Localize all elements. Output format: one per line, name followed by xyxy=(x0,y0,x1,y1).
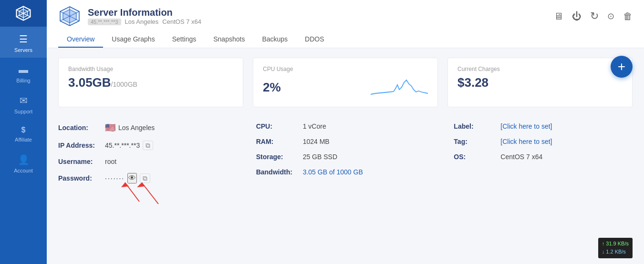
info-label-row: Label: [Click here to set] xyxy=(454,119,633,134)
header-subtitle: 45.**.***.**3 Los Angeles CentOS 7 x64 xyxy=(88,18,201,25)
bandwidth-spec-value: 3.05 GB of 1000 GB xyxy=(303,168,363,176)
body: + Bandwidth Usage 3.05GB/1000GB CPU Usag… xyxy=(47,48,644,264)
sidebar-item-support-label: Support xyxy=(14,109,33,114)
sidebar-item-billing[interactable]: ▬ Billing xyxy=(0,58,47,88)
sidebar-item-servers-label: Servers xyxy=(14,47,32,53)
info-cpu: CPU: 1 vCore xyxy=(256,119,435,134)
sidebar: ☰ Servers ▬ Billing ✉ Support $ Affiliat… xyxy=(0,0,47,264)
header-top: Server Information 45.**.***.**3 Los Ang… xyxy=(58,5,633,28)
bandwidth-card: Bandwidth Usage 3.05GB/1000GB xyxy=(58,58,243,107)
sidebar-item-support[interactable]: ✉ Support xyxy=(0,88,47,119)
network-upload: ↑ 31.9 KB/s xyxy=(602,240,629,248)
bandwidth-value: 3.05GB/1000GB xyxy=(68,75,233,90)
add-button[interactable]: + xyxy=(611,56,633,78)
charges-value: $3.28 xyxy=(457,75,623,90)
tab-backups[interactable]: Backups xyxy=(253,31,296,48)
tab-snapshots[interactable]: Snapshots xyxy=(205,31,253,48)
tab-settings[interactable]: Settings xyxy=(164,31,205,48)
affiliate-icon: $ xyxy=(21,126,26,134)
info-storage: Storage: 25 GB SSD xyxy=(256,149,435,164)
sidebar-item-account-label: Account xyxy=(14,168,33,173)
header-os: CentOS 7 x64 xyxy=(162,18,201,25)
sidebar-item-affiliate-label: Affiliate xyxy=(15,137,32,142)
info-password: Password: ······· 👁 ⧉ xyxy=(58,169,237,187)
us-flag-icon: 🇺🇸 xyxy=(105,122,115,133)
copy-password-button[interactable]: ⧉ xyxy=(140,173,150,183)
header-title-block: Server Information 45.**.***.**3 Los Ang… xyxy=(88,7,201,25)
header: Server Information 45.**.***.**3 Los Ang… xyxy=(47,0,644,48)
sidebar-item-affiliate[interactable]: $ Affiliate xyxy=(0,119,47,147)
os-value: CentOS 7 x64 xyxy=(500,153,542,161)
account-icon: 👤 xyxy=(18,154,30,165)
main-content: Server Information 45.**.***.**3 Los Ang… xyxy=(47,0,644,264)
tag-set-value[interactable]: [Click here to set] xyxy=(500,138,552,145)
sidebar-logo xyxy=(0,0,47,27)
refresh-button[interactable]: ↻ xyxy=(590,11,599,21)
info-os: OS: CentOS 7 x64 xyxy=(454,149,633,164)
network-badge: ↑ 31.9 KB/s ↓ 1.2 KB/s xyxy=(598,238,633,258)
cpu-inner: 2% xyxy=(263,75,428,99)
info-right: Label: [Click here to set] Tag: [Click h… xyxy=(454,119,633,216)
info-location: Location: 🇺🇸 Los Angeles xyxy=(58,119,237,137)
charges-label: Current Charges xyxy=(457,66,623,72)
cpu-chart xyxy=(371,75,428,99)
delete-button[interactable]: 🗑 xyxy=(623,11,633,21)
server-logo-icon xyxy=(58,5,81,28)
info-ram: RAM: 1024 MB xyxy=(256,134,435,149)
tabs: Overview Usage Graphs Settings Snapshots… xyxy=(58,31,633,48)
billing-icon: ▬ xyxy=(19,64,28,75)
location-value: Los Angeles xyxy=(118,124,155,132)
network-download: ↓ 1.2 KB/s xyxy=(602,248,629,256)
header-actions: 🖥 ⏻ ↻ ⊙ 🗑 xyxy=(554,11,633,21)
sidebar-item-servers[interactable]: ☰ Servers xyxy=(0,27,47,58)
ram-value: 1024 MB xyxy=(303,138,330,145)
tab-ddos[interactable]: DDOS xyxy=(296,31,332,48)
copy-ip-button[interactable]: ⧉ xyxy=(143,141,153,150)
storage-value: 25 GB SSD xyxy=(303,153,337,161)
cd-button[interactable]: ⊙ xyxy=(607,12,614,20)
info-middle: CPU: 1 vCore RAM: 1024 MB Storage: 25 GB… xyxy=(256,119,435,216)
tab-overview[interactable]: Overview xyxy=(58,31,103,48)
tab-usage-graphs[interactable]: Usage Graphs xyxy=(103,31,163,48)
cpu-spec-value: 1 vCore xyxy=(303,122,326,130)
info-ip: IP Address: 45.**.***.**3 ⧉ xyxy=(58,137,237,154)
label-set-value[interactable]: [Click here to set] xyxy=(500,122,552,130)
info-grid: Location: 🇺🇸 Los Angeles IP Address: 45.… xyxy=(58,119,633,216)
header-left: Server Information 45.**.***.**3 Los Ang… xyxy=(58,5,201,28)
show-password-button[interactable]: 👁 xyxy=(127,173,137,183)
header-ip: 45.**.***.**3 xyxy=(88,19,121,25)
info-left: Location: 🇺🇸 Los Angeles IP Address: 45.… xyxy=(58,119,237,216)
sidebar-item-billing-label: Billing xyxy=(16,78,30,83)
servers-icon: ☰ xyxy=(19,33,28,45)
info-username: Username: root xyxy=(58,154,237,169)
charges-card: Current Charges $3.28 xyxy=(447,58,633,107)
ip-value: 45.**.***.**3 xyxy=(105,142,140,149)
cpu-label: CPU Usage xyxy=(263,66,428,72)
info-bandwidth: Bandwidth: 3.05 GB of 1000 GB xyxy=(256,164,435,180)
console-button[interactable]: 🖥 xyxy=(554,11,563,21)
header-location: Los Angeles xyxy=(125,18,159,25)
power-button[interactable]: ⏻ xyxy=(572,11,582,21)
username-value: root xyxy=(105,158,116,165)
password-dots: ······· xyxy=(105,174,125,182)
sidebar-item-account[interactable]: 👤 Account xyxy=(0,147,47,178)
stats-row: Bandwidth Usage 3.05GB/1000GB CPU Usage … xyxy=(58,58,633,107)
bandwidth-label: Bandwidth Usage xyxy=(68,66,233,72)
support-icon: ✉ xyxy=(20,95,28,106)
info-tag: Tag: [Click here to set] xyxy=(454,134,633,149)
page-title: Server Information xyxy=(88,7,201,18)
cpu-card: CPU Usage 2% xyxy=(253,58,438,107)
cpu-value: 2% xyxy=(263,80,281,95)
